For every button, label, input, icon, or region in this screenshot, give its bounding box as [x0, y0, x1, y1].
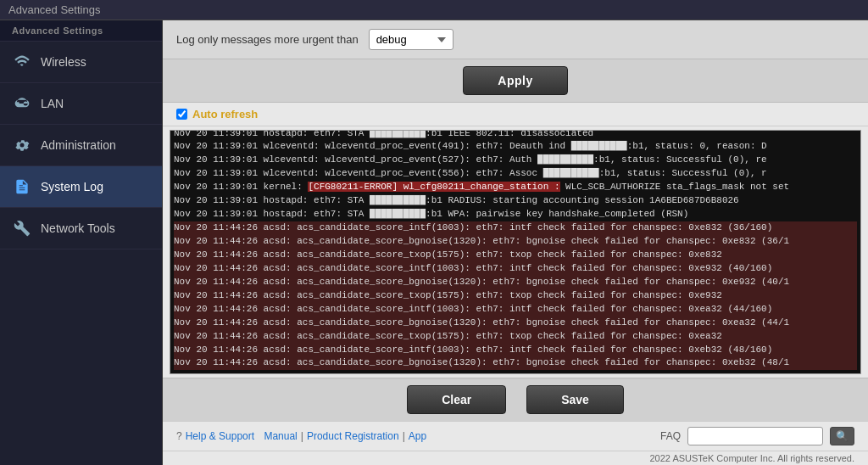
main-container: Advanced Settings Wireless LAN [0, 20, 868, 465]
footer-links: ? Help & Support Manual | Product Regist… [176, 430, 426, 442]
app-link[interactable]: App [409, 430, 426, 442]
clear-button[interactable]: Clear [407, 385, 506, 414]
lan-icon [12, 93, 32, 114]
sidebar-item-wireless-label: Wireless [41, 55, 86, 69]
faq-label: FAQ [660, 430, 681, 442]
footer: ? Help & Support Manual | Product Regist… [163, 421, 868, 451]
auto-refresh-bar: Auto refresh [163, 103, 868, 126]
sep1: | [301, 430, 303, 442]
sep2: | [403, 430, 405, 442]
sidebar-item-administration-label: Administration [41, 138, 116, 152]
apply-bar: Apply [163, 59, 868, 103]
copyright: 2022 ASUSTeK Computer Inc. All rights re… [163, 451, 868, 465]
sidebar-item-lan[interactable]: LAN [0, 83, 162, 125]
sidebar-item-administration[interactable]: Administration [0, 125, 162, 166]
content-area: Log only messages more urgent than debug… [163, 20, 868, 465]
help-support-link[interactable]: Help & Support [186, 430, 254, 442]
doc-icon [12, 176, 32, 197]
product-registration-link[interactable]: Product Registration [307, 430, 399, 442]
faq-search-input[interactable] [687, 427, 823, 445]
sidebar-item-system-log-label: System Log [41, 180, 103, 193]
wifi-icon [12, 52, 32, 72]
top-bar: Log only messages more urgent than debug… [163, 20, 868, 59]
save-button[interactable]: Save [526, 385, 624, 414]
sidebar: Advanced Settings Wireless LAN [0, 20, 163, 465]
svg-rect-0 [16, 102, 19, 104]
sidebar-item-network-tools[interactable]: Network Tools [0, 208, 162, 249]
faq-search-button[interactable]: 🔍 [830, 427, 854, 445]
bottom-bar: Clear Save [163, 378, 868, 421]
log-level-select[interactable]: debug info notice warning error [369, 29, 453, 50]
sidebar-item-wireless[interactable]: Wireless [0, 42, 162, 83]
advanced-settings-header: Advanced Settings [0, 0, 868, 20]
sidebar-item-system-log[interactable]: System Log [0, 166, 162, 208]
auto-refresh-label[interactable]: Auto refresh [192, 108, 258, 120]
gear-icon [12, 135, 32, 155]
header-title: Advanced Settings [8, 3, 100, 16]
log-area-wrapper: Nov 20 11:38:59 wlceventd: wlceventd_pro… [170, 130, 861, 374]
log-level-label: Log only messages more urgent than [176, 33, 359, 46]
tools-icon [12, 218, 32, 238]
help-support-icon: ? [176, 430, 182, 442]
sidebar-item-network-tools-label: Network Tools [41, 221, 115, 235]
footer-search: FAQ 🔍 [660, 427, 854, 445]
log-container: Nov 20 11:38:59 wlceventd: wlceventd_pro… [163, 126, 868, 378]
manual-link[interactable]: Manual [264, 430, 297, 442]
sidebar-item-lan-label: LAN [41, 97, 64, 110]
auto-refresh-checkbox[interactable] [176, 109, 187, 120]
sidebar-section-label: Advanced Settings [0, 20, 162, 42]
apply-button[interactable]: Apply [463, 66, 567, 95]
